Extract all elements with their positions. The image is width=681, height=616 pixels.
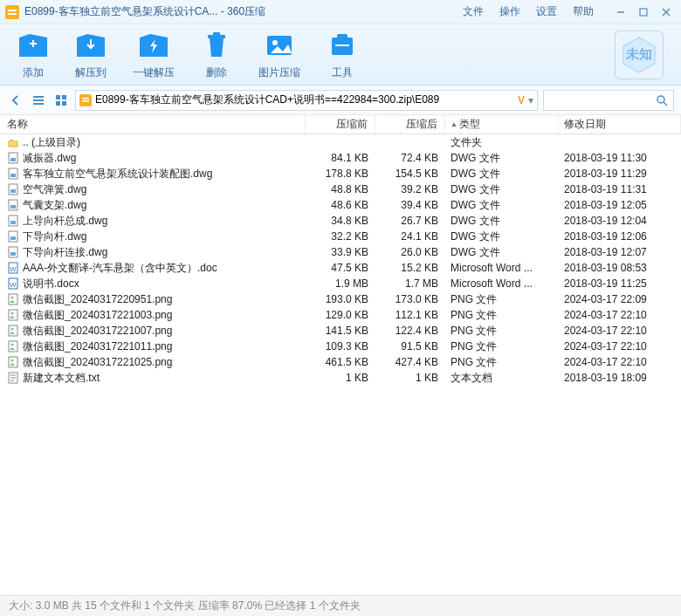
svg-rect-25 — [82, 98, 89, 99]
file-row[interactable]: 下导向杆.dwg32.2 KB24.1 KBDWG 文件2018-03-19 1… — [0, 229, 681, 244]
file-date: 2018-03-19 11:30 — [559, 152, 681, 164]
file-row[interactable]: 减振器.dwg84.1 KB72.4 KBDWG 文件2018-03-19 11… — [0, 150, 681, 166]
col-date-header[interactable]: 修改日期 — [559, 115, 681, 133]
col-name-header[interactable]: 名称 — [0, 115, 306, 133]
tools-button[interactable]: 工具 — [327, 29, 358, 80]
file-date: 2024-03-17 22:10 — [559, 325, 681, 337]
svg-rect-32 — [10, 174, 16, 177]
svg-rect-47 — [9, 294, 17, 305]
file-name: 下导向杆.dwg — [23, 229, 86, 244]
back-button[interactable] — [7, 92, 24, 109]
svg-rect-0 — [5, 5, 19, 19]
file-name: 说明书.docx — [23, 277, 79, 291]
file-size-after: 112.1 KB — [375, 309, 445, 321]
file-icon — [7, 152, 19, 164]
file-icon — [7, 199, 19, 211]
menu-help[interactable]: 帮助 — [573, 4, 594, 19]
file-row[interactable]: 空气弹簧.dwg48.8 KB39.2 KBDWG 文件2018-03-19 1… — [0, 181, 681, 197]
svg-rect-38 — [10, 221, 16, 224]
file-row[interactable]: 气囊支架.dwg48.6 KB39.4 KBDWG 文件2018-03-19 1… — [0, 197, 681, 213]
col-before-header[interactable]: 压缩前 — [306, 115, 375, 133]
add-button[interactable]: 添加 — [17, 29, 49, 80]
file-name: 微信截图_20240317221011.png — [23, 339, 172, 354]
file-row[interactable]: W说明书.docx1.9 MB1.7 MBMicrosoft Word ...2… — [0, 276, 681, 291]
filetype-badge[interactable]: 未知 — [615, 31, 664, 79]
file-type: DWG 文件 — [445, 198, 559, 213]
file-name: 减振器.dwg — [23, 151, 76, 166]
maximize-button[interactable] — [634, 4, 653, 20]
file-row[interactable]: 微信截图_20240317221011.png109.3 KB91.5 KBPN… — [0, 339, 681, 354]
col-type-header[interactable]: 类型 — [445, 115, 559, 133]
toolbar: 添加 解压到 一键解压 删除 图片压缩 工具 未知 — [0, 24, 681, 86]
svg-rect-21 — [62, 95, 66, 99]
extract-button[interactable]: 解压到 — [75, 29, 107, 80]
file-icon — [7, 325, 19, 337]
file-size-before: 141.5 KB — [306, 325, 375, 337]
file-size-after: 154.5 KB — [375, 168, 445, 180]
minimize-button[interactable] — [611, 4, 630, 20]
view-icons-button[interactable] — [52, 92, 70, 109]
file-row[interactable]: 微信截图_20240317220951.png193.0 KB173.0 KBP… — [0, 291, 681, 307]
file-date: 2018-03-19 11:25 — [559, 277, 681, 290]
svg-rect-17 — [33, 96, 44, 98]
svg-point-52 — [11, 328, 14, 331]
oneclick-extract-button[interactable]: 一键解压 — [133, 29, 175, 80]
menu-settings[interactable]: 设置 — [536, 4, 557, 19]
dropdown-icon[interactable]: ▾ — [528, 94, 533, 106]
file-row[interactable]: 上导向杆总成.dwg34.8 KB26.7 KBDWG 文件2018-03-19… — [0, 213, 681, 229]
close-button[interactable] — [657, 4, 676, 20]
vip-icon: V — [518, 94, 525, 106]
svg-point-48 — [11, 297, 14, 299]
file-name: 空气弹簧.dwg — [23, 182, 86, 197]
svg-text:W: W — [10, 265, 17, 273]
file-type: PNG 文件 — [445, 355, 559, 370]
delete-button[interactable]: 删除 — [201, 29, 232, 80]
svg-rect-22 — [56, 101, 60, 106]
file-size-before: 109.3 KB — [306, 340, 375, 352]
file-size-after: 72.4 KB — [375, 152, 445, 164]
svg-point-12 — [272, 40, 278, 45]
file-date: 2018-03-19 12:05 — [559, 199, 681, 211]
column-headers: 名称 压缩前 压缩后 类型 修改日期 — [0, 115, 681, 134]
file-row[interactable]: 新建文本文档.txt1 KB1 KB文本文档2018-03-19 18:09 — [0, 370, 681, 386]
svg-rect-10 — [213, 32, 220, 36]
file-list[interactable]: .. (上级目录)文件夹减振器.dwg84.1 KB72.4 KBDWG 文件2… — [0, 134, 681, 588]
svg-point-54 — [11, 344, 14, 346]
file-name: 微信截图_20240317221007.png — [23, 324, 172, 339]
file-type: DWG 文件 — [445, 229, 559, 244]
file-type: 文件夹 — [445, 135, 559, 150]
file-size-after: 122.4 KB — [375, 325, 445, 337]
menu-operate[interactable]: 操作 — [499, 4, 520, 19]
search-box[interactable] — [543, 90, 674, 111]
file-row[interactable]: 微信截图_20240317221007.png141.5 KB122.4 KBP… — [0, 323, 681, 339]
file-size-before: 34.8 KB — [306, 215, 375, 227]
file-row[interactable]: .. (上级目录)文件夹 — [0, 134, 681, 150]
file-icon — [7, 136, 19, 148]
file-row[interactable]: WAAA-外文翻译-汽车悬架（含中英文）.doc47.5 KB15.2 KBMi… — [0, 260, 681, 276]
file-size-after: 1 KB — [375, 372, 445, 384]
file-type: PNG 文件 — [445, 308, 559, 323]
file-size-after: 91.5 KB — [375, 340, 445, 352]
path-input[interactable] — [95, 94, 514, 106]
svg-rect-42 — [10, 252, 16, 256]
file-name: 微信截图_20240317221003.png — [23, 308, 172, 323]
file-row[interactable]: 微信截图_20240317221025.png461.5 KB427.4 KBP… — [0, 354, 681, 370]
path-box[interactable]: V ▾ — [75, 90, 538, 111]
view-list-button[interactable] — [30, 92, 47, 109]
file-size-after: 39.4 KB — [375, 199, 445, 211]
svg-rect-40 — [10, 236, 16, 240]
col-after-header[interactable]: 压缩后 — [375, 115, 445, 133]
file-size-after: 26.7 KB — [375, 215, 445, 227]
file-icon — [7, 230, 19, 243]
file-size-before: 129.0 KB — [306, 309, 375, 321]
file-size-before: 47.5 KB — [306, 262, 375, 274]
image-compress-button[interactable]: 图片压缩 — [258, 29, 300, 80]
archive-icon — [79, 94, 92, 106]
file-row[interactable]: 下导向杆连接.dwg33.9 KB26.0 KBDWG 文件2018-03-19… — [0, 244, 681, 260]
file-row[interactable]: 微信截图_20240317221003.png129.0 KB112.1 KBP… — [0, 307, 681, 323]
statusbar: 大小: 3.0 MB 共 15 个文件和 1 个文件夹 压缩率 87.0% 已经… — [0, 595, 681, 616]
file-icon — [7, 293, 19, 305]
file-row[interactable]: 客车独立前空气悬架系统设计装配图.dwg178.8 KB154.5 KBDWG … — [0, 166, 681, 181]
file-date: 2018-03-19 08:53 — [559, 262, 681, 274]
menu-file[interactable]: 文件 — [463, 4, 484, 19]
